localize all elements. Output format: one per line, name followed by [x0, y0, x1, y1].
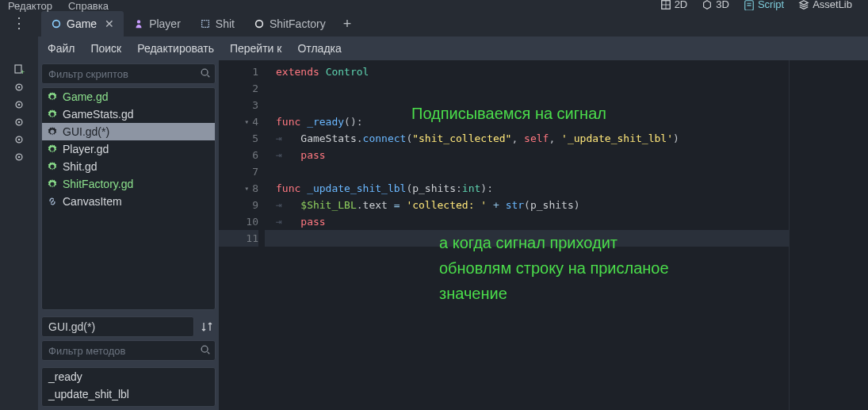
- method-item[interactable]: _ready: [42, 368, 215, 385]
- line-number[interactable]: 3: [219, 97, 258, 113]
- script-item[interactable]: Player.gd: [42, 140, 215, 158]
- menu-goto[interactable]: Перейти к: [230, 42, 282, 55]
- menu-help[interactable]: Справка: [68, 0, 109, 12]
- search-icon[interactable]: [200, 67, 211, 79]
- script-item[interactable]: GameStats.gd: [42, 105, 215, 123]
- line-number[interactable]: 5: [219, 130, 258, 147]
- assetlib-icon: [798, 0, 809, 10]
- tab-label: Shit: [216, 17, 235, 30]
- svg-text:+: +: [21, 68, 25, 76]
- menu-file[interactable]: Файл: [48, 42, 75, 55]
- view-2d-button[interactable]: 2D: [656, 0, 693, 12]
- svg-point-12: [18, 156, 21, 159]
- script-item[interactable]: Game.gd: [42, 88, 215, 105]
- method-list[interactable]: _ready_update_shit_lbl: [41, 367, 216, 407]
- view-3d-button[interactable]: 3D: [697, 0, 734, 12]
- add-script-icon[interactable]: +: [13, 63, 25, 76]
- method-item[interactable]: _update_shit_lbl: [42, 385, 215, 403]
- script-label: CanvasItem: [63, 195, 122, 208]
- visibility-icon[interactable]: [13, 81, 25, 94]
- script-item[interactable]: CanvasItem: [42, 193, 215, 210]
- scene-tab-shitfactory[interactable]: ShitFactory: [244, 11, 335, 36]
- visibility-icon[interactable]: [13, 151, 25, 163]
- menu-debug[interactable]: Отладка: [297, 42, 341, 55]
- node-icon: [51, 18, 62, 29]
- gear-icon: [47, 144, 58, 155]
- menu-search[interactable]: Поиск: [90, 42, 121, 55]
- visibility-icon[interactable]: [13, 133, 25, 146]
- code-line[interactable]: extends Control: [265, 63, 789, 80]
- script-label: GameStats.gd: [63, 108, 134, 121]
- 3d-icon: [702, 0, 713, 10]
- view-assetlib-button[interactable]: AssetLib: [793, 0, 857, 12]
- menu-edit[interactable]: Редактировать: [137, 42, 214, 55]
- node-icon: [254, 18, 265, 29]
- svg-point-16: [256, 21, 263, 28]
- scene-tab-player[interactable]: Player: [124, 11, 190, 36]
- script-label: ShitFactory.gd: [63, 178, 133, 190]
- gear-icon: [47, 178, 58, 190]
- dock-menu-icon[interactable]: ⋮: [12, 16, 26, 30]
- code-line[interactable]: func _ready():: [265, 113, 789, 130]
- svg-point-4: [18, 86, 21, 89]
- code-line[interactable]: ⇥ $Shit_LBL.text = 'collected: ' + str(p…: [265, 197, 789, 213]
- visibility-icon[interactable]: [13, 98, 25, 111]
- line-number[interactable]: 9: [219, 197, 258, 213]
- svg-point-13: [53, 21, 60, 28]
- script-panel: Game.gdGameStats.gdGUI.gd(*)Player.gdShi…: [38, 60, 219, 410]
- code-line[interactable]: [265, 97, 789, 113]
- gear-icon: [47, 109, 58, 120]
- svg-point-18: [201, 346, 208, 352]
- script-label: Shit.gd: [63, 160, 98, 173]
- filter-methods-input[interactable]: [41, 340, 216, 361]
- svg-point-6: [18, 104, 21, 106]
- line-number[interactable]: 10: [219, 213, 258, 230]
- script-item[interactable]: ShitFactory.gd: [42, 175, 215, 193]
- script-label: Game.gd: [63, 90, 109, 103]
- line-number[interactable]: 1: [219, 63, 258, 80]
- filter-scripts-input[interactable]: [41, 63, 216, 84]
- line-number[interactable]: 2: [219, 80, 258, 97]
- gear-icon: [47, 91, 58, 102]
- code-editor[interactable]: 123▾4567▾891011 Подписываемся на сигнал …: [219, 60, 868, 410]
- line-number[interactable]: 6: [219, 147, 258, 163]
- script-item[interactable]: GUI.gd(*): [42, 123, 215, 140]
- script-label: GUI.gd(*): [63, 125, 109, 138]
- sort-button[interactable]: [197, 316, 216, 337]
- code-line[interactable]: [265, 163, 789, 180]
- script-menubar: Файл Поиск Редактировать Перейти к Отлад…: [38, 36, 868, 60]
- fold-arrow-icon[interactable]: ▾: [244, 180, 249, 197]
- top-menubar: Редактор Справка 2D 3D Script AssetLib: [0, 0, 868, 11]
- menu-editor[interactable]: Редактор: [8, 0, 52, 12]
- line-number[interactable]: ▾8: [219, 180, 258, 197]
- fold-arrow-icon[interactable]: ▾: [244, 113, 249, 130]
- line-number[interactable]: 11: [219, 230, 258, 247]
- tab-label: Game: [67, 17, 97, 30]
- scene-tab-game[interactable]: Game✕: [41, 11, 124, 36]
- tab-label: Player: [149, 17, 181, 30]
- code-line[interactable]: [265, 80, 789, 97]
- minimap[interactable]: [789, 60, 868, 410]
- close-icon[interactable]: ✕: [105, 17, 114, 30]
- visibility-icon[interactable]: [13, 116, 25, 128]
- node-icon: [200, 18, 211, 29]
- svg-rect-15: [201, 21, 208, 28]
- code-line[interactable]: [265, 230, 789, 247]
- svg-point-8: [18, 121, 21, 124]
- line-number[interactable]: ▾4: [219, 113, 258, 130]
- search-icon[interactable]: [200, 344, 211, 355]
- scene-tab-shit[interactable]: Shit: [190, 11, 244, 36]
- link-icon: [47, 196, 58, 207]
- add-tab-button[interactable]: +: [335, 11, 360, 36]
- script-list[interactable]: Game.gdGameStats.gdGUI.gd(*)Player.gdShi…: [41, 87, 216, 310]
- code-line[interactable]: func _update_shit_lbl(p_shits:int):: [265, 180, 789, 197]
- code-line[interactable]: ⇥ GameStats.connect("shit_collected", se…: [265, 130, 789, 147]
- scene-tabs: Game✕PlayerShitShitFactory+: [38, 11, 868, 36]
- view-script-button[interactable]: Script: [739, 0, 789, 12]
- code-line[interactable]: ⇥ pass: [265, 147, 789, 163]
- 2d-icon: [660, 0, 671, 10]
- current-script-input[interactable]: [41, 316, 194, 337]
- code-line[interactable]: ⇥ pass: [265, 213, 789, 230]
- line-number[interactable]: 7: [219, 163, 258, 180]
- script-item[interactable]: Shit.gd: [42, 158, 215, 175]
